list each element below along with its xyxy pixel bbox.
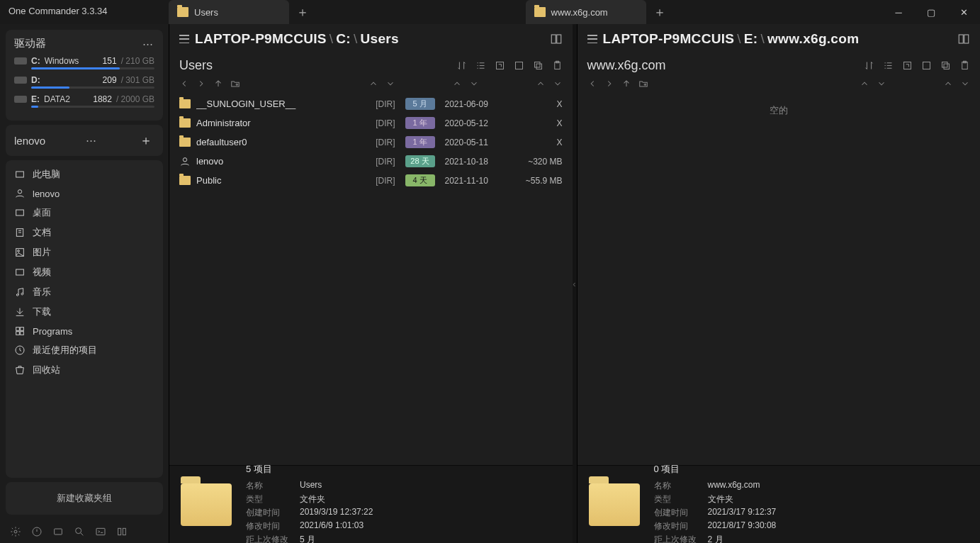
menu-icon[interactable] [179,35,189,43]
close-button[interactable]: ✕ [947,0,980,24]
tab-add-button[interactable]: ＋ [291,0,315,24]
forward-icon[interactable] [196,79,206,89]
sidebar: 驱动器 ⋯ C: Windows 151 / 210 GB D: 209 / 3… [0,24,169,543]
folder-new-icon[interactable] [230,79,240,89]
drive-item[interactable]: E: DATA2 1882 / 2000 GB [14,94,154,108]
chevron-up-icon[interactable] [860,79,869,89]
svg-point-29 [183,157,186,161]
breadcrumb[interactable]: LAPTOP-P9MCCUIS\E:\www.x6g.com [603,31,860,47]
file-name: lenovo [196,156,360,167]
new-window-icon[interactable] [495,60,505,71]
app-title: One Commander 3.3.34 [0,0,169,24]
gear-icon[interactable] [10,526,21,537]
status-bar: 0 项目 名称www.x6g.com 类型文件夹 创建时间2021/3/17 9… [578,465,981,543]
paste-icon[interactable] [959,60,970,71]
chevron-up-icon[interactable] [536,79,546,89]
nav-icon [14,364,26,376]
sidebar-item[interactable]: 下载 [9,302,160,322]
up-icon[interactable] [621,79,631,89]
window-icon[interactable] [52,526,64,537]
forward-icon[interactable] [604,79,614,89]
layout-icon[interactable] [550,33,563,45]
sidebar-item[interactable]: 此电脑 [9,164,160,184]
chevron-down-icon[interactable] [960,79,970,89]
more-icon[interactable]: ⋯ [86,134,98,147]
tab-label: Users [194,7,218,18]
back-icon[interactable] [179,79,189,89]
chevron-up-icon[interactable] [368,79,378,89]
layout-icon[interactable] [957,33,970,45]
folder-new-icon[interactable] [638,79,648,89]
copy-icon[interactable] [533,60,543,71]
sidebar-item[interactable]: lenovo [9,184,160,203]
chevron-down-icon[interactable] [877,79,886,89]
breadcrumb[interactable]: LAPTOP-P9MCCUIS\C:\Users [195,31,399,47]
up-icon[interactable] [213,79,223,89]
search-icon[interactable] [74,526,85,537]
sidebar-item[interactable]: 图片 [9,242,160,262]
list-icon[interactable] [883,60,894,71]
folder-icon [179,176,191,185]
sort-icon[interactable] [864,60,874,71]
svg-rect-24 [515,62,522,69]
file-name: __SUNLOGIN_USER__ [196,99,360,109]
tab-right[interactable]: www.x6g.com [526,0,646,24]
chevron-down-icon[interactable] [553,79,563,89]
chevron-down-icon[interactable] [469,79,479,89]
drive-item[interactable]: D: 209 / 301 GB [14,75,154,89]
tab-add-button[interactable]: ＋ [648,0,672,24]
chevron-down-icon[interactable] [385,79,395,89]
new-window-icon[interactable] [902,60,913,71]
sidebar-item-label: Programs [33,326,72,337]
checkbox-icon[interactable] [921,60,932,71]
add-favorite-button[interactable]: ＋ [137,132,154,149]
drive-item[interactable]: C: Windows 151 / 210 GB [14,56,154,69]
back-icon[interactable] [587,79,597,89]
sidebar-item[interactable]: 最近使用的项目 [9,340,160,360]
table-row[interactable]: Public [DIR] 4 天 2021-11-10 ~55.9 MB [169,171,573,190]
sidebar-item[interactable]: 视频 [9,262,160,282]
svg-rect-20 [123,528,125,534]
date: 2021-11-10 [445,176,506,186]
terminal-icon[interactable] [95,526,106,537]
columns-icon[interactable] [116,526,128,537]
paste-icon[interactable] [552,60,563,71]
menu-icon[interactable] [587,35,597,43]
power-icon[interactable] [31,526,43,537]
page-title: www.x6g.com [587,58,666,73]
sidebar-item-label: 下载 [33,306,51,318]
svg-rect-35 [942,62,948,68]
nav-icon [14,306,26,318]
new-group-button[interactable]: 新建收藏夹组 [6,482,163,515]
table-row[interactable]: lenovo [DIR] 28 天 2021-10-18 ~320 MB [169,152,573,171]
sidebar-item[interactable]: 文档 [9,223,160,242]
svg-rect-23 [496,62,503,69]
list-icon[interactable] [475,60,486,71]
sidebar-item[interactable]: 音乐 [9,282,160,302]
checkbox-icon[interactable] [514,60,524,71]
copy-icon[interactable] [940,60,951,71]
sidebar-item-label: 回收站 [33,364,60,376]
table-row[interactable]: Administrator [DIR] 1 年 2020-05-12 X [169,113,573,133]
table-row[interactable]: defaultuser0 [DIR] 1 年 2020-05-11 X [169,133,573,152]
file-list[interactable]: 空的 [578,94,981,465]
sidebar-item[interactable]: Programs [9,322,160,340]
file-list[interactable]: __SUNLOGIN_USER__ [DIR] 5 月 2021-06-09 X… [169,94,573,465]
minimize-button[interactable]: ─ [882,0,915,24]
maximize-button[interactable]: ▢ [915,0,947,24]
more-icon[interactable]: ⋯ [142,38,154,50]
sidebar-item[interactable]: 回收站 [9,360,160,380]
dir-tag: [DIR] [366,99,395,109]
tab-left[interactable]: Users [169,0,289,24]
file-name: defaultuser0 [196,137,360,147]
svg-rect-10 [21,328,24,331]
dir-tag: [DIR] [366,138,395,147]
sort-icon[interactable] [456,60,467,71]
drives-panel: 驱动器 ⋯ C: Windows 151 / 210 GB D: 209 / 3… [6,30,163,121]
svg-rect-11 [16,332,20,335]
page-title: Users [179,58,213,73]
table-row[interactable]: __SUNLOGIN_USER__ [DIR] 5 月 2021-06-09 X [169,94,573,113]
chevron-up-icon[interactable] [452,79,462,89]
chevron-up-icon[interactable] [943,79,953,89]
sidebar-item[interactable]: 桌面 [9,203,160,223]
